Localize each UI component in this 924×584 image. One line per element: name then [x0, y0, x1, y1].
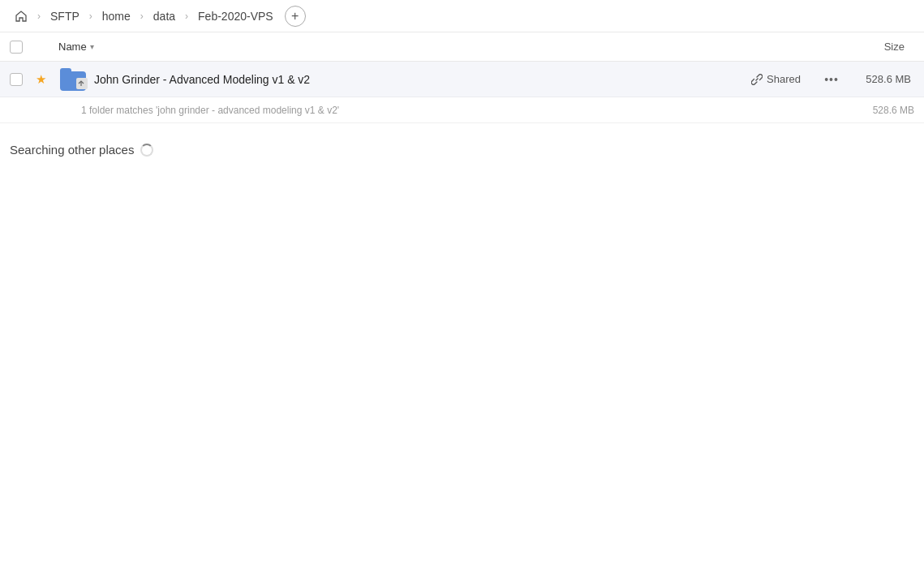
- add-tab-button[interactable]: +: [285, 6, 306, 27]
- more-icon: •••: [824, 73, 839, 86]
- file-list-item[interactable]: ★ John Grinder - Advanced Modeling v1 & …: [0, 62, 924, 97]
- folder-badge-icon: [76, 78, 88, 89]
- name-column-header[interactable]: Name ▾: [58, 41, 833, 53]
- svg-rect-0: [76, 78, 88, 89]
- breadcrumb-sftp[interactable]: SFTP: [45, 6, 84, 26]
- file-icon-wrap: [58, 68, 88, 91]
- breadcrumb-sep-2: ›: [88, 11, 94, 22]
- searching-spinner: [140, 144, 153, 157]
- searching-label: Searching other places: [10, 143, 134, 157]
- match-info-size: 528.6 MB: [873, 105, 914, 116]
- shared-label: Shared: [767, 73, 801, 85]
- searching-section: Searching other places: [0, 123, 924, 157]
- link-icon: [751, 74, 763, 85]
- breadcrumb-home[interactable]: home: [97, 6, 135, 26]
- column-header: Name ▾ Size: [0, 32, 924, 62]
- match-info-row: 1 folder matches 'john grinder - advance…: [0, 97, 924, 123]
- file-name[interactable]: John Grinder - Advanced Modeling v1 & v2: [94, 73, 745, 86]
- match-info-text: 1 folder matches 'john grinder - advance…: [81, 105, 339, 116]
- name-sort-arrow: ▾: [90, 42, 94, 51]
- file-more-button[interactable]: •••: [820, 68, 843, 91]
- file-size: 528.6 MB: [849, 73, 914, 85]
- select-all-checkbox[interactable]: [10, 41, 23, 54]
- breadcrumb-bar: › SFTP › home › data › Feb-2020-VPS +: [0, 0, 924, 32]
- name-column-label: Name: [58, 41, 87, 53]
- folder-body: [60, 71, 86, 91]
- file-checkbox-col: [10, 73, 36, 86]
- folder-icon: [60, 68, 86, 91]
- breadcrumb-sep-4: ›: [183, 11, 190, 22]
- star-icon: ★: [36, 72, 46, 87]
- shared-badge: Shared: [745, 71, 807, 88]
- file-star[interactable]: ★: [36, 72, 58, 87]
- size-column-header[interactable]: Size: [833, 41, 914, 53]
- breadcrumb-feb2020[interactable]: Feb-2020-VPS: [193, 6, 278, 26]
- file-checkbox[interactable]: [10, 73, 23, 86]
- breadcrumb-data[interactable]: data: [148, 6, 180, 26]
- home-breadcrumb-button[interactable]: [10, 5, 32, 28]
- breadcrumb-sep-1: ›: [36, 11, 42, 22]
- select-all-checkbox-col: [10, 41, 36, 54]
- breadcrumb-sep-3: ›: [139, 11, 145, 22]
